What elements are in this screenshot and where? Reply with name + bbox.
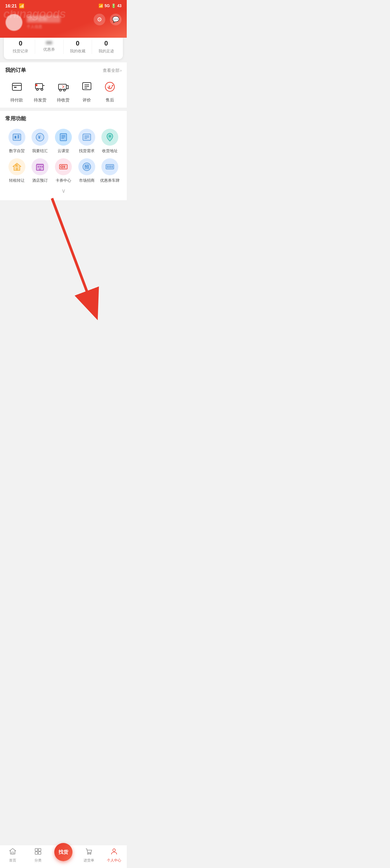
profile-name: 用户名称: [27, 15, 60, 23]
coupon-plate-label: 优惠券车牌: [100, 178, 120, 183]
network-icon: 📶: [19, 3, 24, 8]
svg-text:租: 租: [15, 164, 18, 167]
rent-label: 转租转让: [9, 178, 25, 183]
status-left: 16:21 📶: [5, 3, 24, 8]
svg-rect-54: [107, 165, 108, 168]
review-icon: [79, 79, 95, 95]
svg-rect-39: [38, 166, 39, 167]
func-item-market[interactable]: 招 市场招商: [75, 158, 98, 183]
address-icon: [101, 129, 118, 146]
stat-label-1: 优惠券: [43, 47, 55, 52]
pending-ship-label: 待发货: [34, 97, 46, 103]
pending-ship-icon: [32, 79, 48, 95]
svg-rect-40: [40, 166, 41, 167]
svg-text:¥: ¥: [63, 165, 65, 169]
pending-receive-label: 待收货: [57, 97, 70, 103]
func-item-coupon-center[interactable]: ¥ 卡券中心: [52, 158, 75, 183]
address-label: 收货地址: [102, 148, 118, 154]
svg-point-10: [60, 89, 61, 91]
stat-value-0: 0: [19, 40, 23, 47]
svg-rect-43: [36, 163, 43, 165]
order-item-review[interactable]: 评价: [79, 79, 95, 103]
svg-rect-56: [110, 165, 111, 168]
func-item-find-goods[interactable]: 找货需求: [75, 129, 98, 154]
svg-rect-57: [112, 165, 113, 168]
aftersale-icon: ¥: [102, 79, 118, 95]
order-item-pending-receive[interactable]: 待收货: [56, 79, 71, 103]
orders-section: 我的订单 查看全部 › 待付款: [0, 62, 127, 107]
stat-label-2: 我的收藏: [70, 49, 86, 54]
svg-point-8: [41, 88, 43, 90]
market-label: 市场招商: [79, 178, 95, 183]
hotel-icon: [32, 158, 48, 175]
review-label: 评价: [83, 97, 91, 103]
exchange-label: 我要结汇: [32, 148, 48, 154]
rent-icon: 租: [8, 158, 25, 175]
battery-icon: 🔋: [111, 4, 116, 8]
func-item-hotel[interactable]: 酒店预订: [29, 158, 52, 183]
svg-rect-19: [14, 136, 16, 138]
battery-label: 43: [117, 4, 122, 8]
functions-title: 常用功能: [5, 116, 26, 122]
message-button[interactable]: 💬: [110, 14, 122, 25]
aftersale-label: 售后: [106, 97, 114, 103]
pending-pay-label: 待付款: [10, 97, 23, 103]
func-item-exchange[interactable]: ¥ 我要结汇: [29, 129, 52, 154]
view-all-link[interactable]: 查看全部 ›: [103, 68, 122, 73]
svg-point-11: [63, 89, 65, 91]
stat-item-1[interactable]: ●● 优惠券: [35, 40, 63, 54]
stat-item-0[interactable]: 0 找货记录: [6, 40, 35, 54]
svg-rect-17: [13, 134, 21, 141]
digital-trade-icon: [8, 129, 25, 146]
svg-rect-4: [35, 84, 37, 86]
order-item-pending-pay[interactable]: 待付款: [9, 79, 25, 103]
status-bar: 16:21 📶 📶 5G 🔋 43: [0, 0, 127, 10]
order-icons-row: 待付款 待发货: [5, 79, 122, 103]
func-item-cloud-class[interactable]: 云课堂: [52, 129, 75, 154]
func-item-digital-trade[interactable]: 数字自贸: [5, 129, 29, 154]
market-icon: 招: [78, 158, 95, 175]
header-section: chinagoods 用户名称 个人信息 ⚙ 💬: [0, 10, 127, 38]
svg-rect-20: [18, 135, 19, 138]
coupon-center-label: 卡券中心: [56, 178, 71, 183]
svg-point-34: [108, 135, 111, 137]
functions-header: 常用功能: [5, 116, 122, 122]
orders-title: 我的订单: [5, 67, 26, 74]
stat-item-2[interactable]: 0 我的收藏: [63, 40, 92, 54]
svg-rect-35: [16, 168, 18, 170]
chevron-right-icon: ›: [120, 68, 122, 73]
chevron-down-icon: ∨: [61, 187, 66, 194]
order-item-aftersale[interactable]: ¥ 售后: [102, 79, 118, 103]
expand-indicator[interactable]: ∨: [5, 185, 122, 196]
functions-grid: 数字自贸 ¥ 我要结汇: [5, 127, 122, 185]
svg-rect-9: [59, 84, 66, 89]
svg-rect-55: [108, 165, 109, 168]
coupon-plate-icon: [101, 158, 118, 175]
hotel-label: 酒店预订: [32, 178, 48, 183]
func-item-coupon-plate[interactable]: 优惠券车牌: [98, 158, 122, 183]
status-right: 📶 5G 🔋 43: [98, 4, 122, 8]
func-item-rent[interactable]: 租 转租转让: [5, 158, 29, 183]
svg-rect-0: [12, 83, 22, 90]
cloud-class-icon: [55, 129, 72, 146]
stats-card: 0 找货记录 ●● 优惠券 0 我的收藏 0 我的足迹: [4, 34, 123, 59]
coupon-center-icon: ¥: [55, 158, 72, 175]
order-item-pending-ship[interactable]: 待发货: [32, 79, 48, 103]
header-actions: ⚙ 💬: [94, 14, 122, 25]
orders-header: 我的订单 查看全部 ›: [5, 67, 122, 74]
digital-trade-label: 数字自贸: [9, 148, 25, 154]
stat-item-3[interactable]: 0 我的足迹: [92, 40, 120, 54]
profile-sub: 个人信息: [27, 24, 60, 30]
svg-rect-41: [42, 166, 43, 167]
stat-value-1: ●●: [46, 40, 52, 45]
svg-rect-42: [39, 168, 41, 170]
message-icon: 💬: [112, 16, 119, 23]
svg-rect-24: [60, 134, 67, 141]
settings-button[interactable]: ⚙: [94, 14, 105, 25]
func-item-address[interactable]: 收货地址: [98, 129, 122, 154]
pending-receive-icon: [56, 79, 71, 95]
signal-icon: 📶: [98, 4, 103, 8]
time-display: 16:21: [5, 3, 17, 8]
svg-text:招: 招: [84, 164, 89, 169]
find-goods-label: 找货需求: [79, 148, 95, 154]
